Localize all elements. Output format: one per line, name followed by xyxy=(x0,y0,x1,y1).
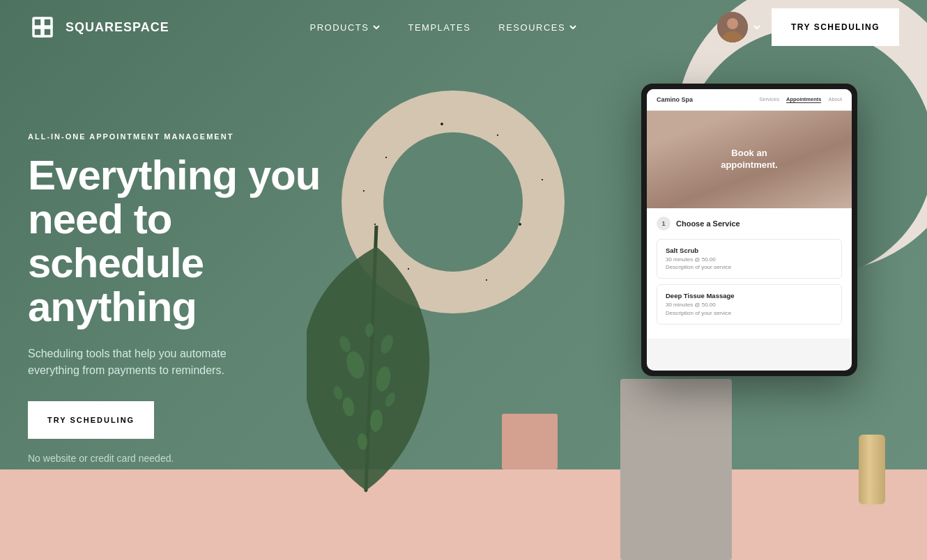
tablet-device: Camino Spa Services Appointments About B… xyxy=(641,84,857,376)
service-2-name: Deep Tissue Massage xyxy=(666,292,833,300)
service-card-1: Salt Scrub 30 minutes @ 50.00 Descriptio… xyxy=(657,239,842,279)
nav-right-area: TRY SCHEDULING xyxy=(717,8,899,46)
avatar-chevron-icon xyxy=(753,25,760,29)
service-2-detail: 30 minutes @ 50.00 xyxy=(666,301,833,309)
service-2-desc: Description of your service xyxy=(666,309,833,317)
nav-resources[interactable]: RESOURCES xyxy=(498,22,576,33)
tablet-nav-appointments: Appointments xyxy=(786,96,821,103)
avatar xyxy=(717,12,748,42)
squarespace-logo-icon xyxy=(28,13,57,42)
hero-section: Camino Spa Services Appointments About B… xyxy=(0,0,927,560)
hero-headline: Everything you need to schedule anything xyxy=(28,153,321,329)
nav-products[interactable]: PRODUCTS xyxy=(310,22,381,33)
no-credit-text: No website or credit card needed. xyxy=(28,453,321,464)
small-pink-block xyxy=(502,414,558,469)
try-scheduling-hero-button[interactable]: TRY SCHEDULING xyxy=(28,401,154,439)
pink-ground-block xyxy=(0,469,927,560)
try-scheduling-nav-button[interactable]: TRY SCHEDULING xyxy=(772,8,899,46)
hero-eyebrow: ALL-IN-ONE APPOINTMENT MANAGEMENT xyxy=(28,132,321,141)
stone-block xyxy=(620,379,732,560)
hero-content: ALL-IN-ONE APPOINTMENT MANAGEMENT Everyt… xyxy=(28,132,321,464)
hero-subheadline: Scheduling tools that help you automate … xyxy=(28,345,279,379)
user-avatar-button[interactable] xyxy=(717,12,760,42)
service-card-2: Deep Tissue Massage 30 minutes @ 50.00 D… xyxy=(657,284,842,324)
tablet-nav-services: Services xyxy=(759,96,779,103)
products-chevron-icon xyxy=(373,25,380,29)
choose-service-label: Choose a Service xyxy=(676,219,740,228)
cylinder-decoration xyxy=(859,435,885,504)
service-1-desc: Description of your service xyxy=(666,263,833,271)
nav-logo-area: SQUARESPACE xyxy=(28,13,169,42)
svg-point-17 xyxy=(727,18,738,29)
nav-templates[interactable]: TEMPLATES xyxy=(408,22,470,33)
step-number: 1 xyxy=(657,217,671,231)
logo-text: SQUARESPACE xyxy=(66,20,169,35)
nav-links: PRODUCTS TEMPLATES RESOURCES xyxy=(310,22,577,33)
service-1-detail: 30 minutes @ 50.00 xyxy=(666,256,833,263)
tablet-brand: Camino Spa xyxy=(657,96,693,103)
service-1-name: Salt Scrub xyxy=(666,247,833,254)
tablet-book-text: Book anappointment. xyxy=(721,148,778,171)
tablet-nav-about: About xyxy=(828,96,842,103)
leaf-decoration xyxy=(307,226,446,504)
navbar: SQUARESPACE PRODUCTS TEMPLATES RESOURCES xyxy=(0,0,927,54)
resources-chevron-icon xyxy=(569,25,576,29)
